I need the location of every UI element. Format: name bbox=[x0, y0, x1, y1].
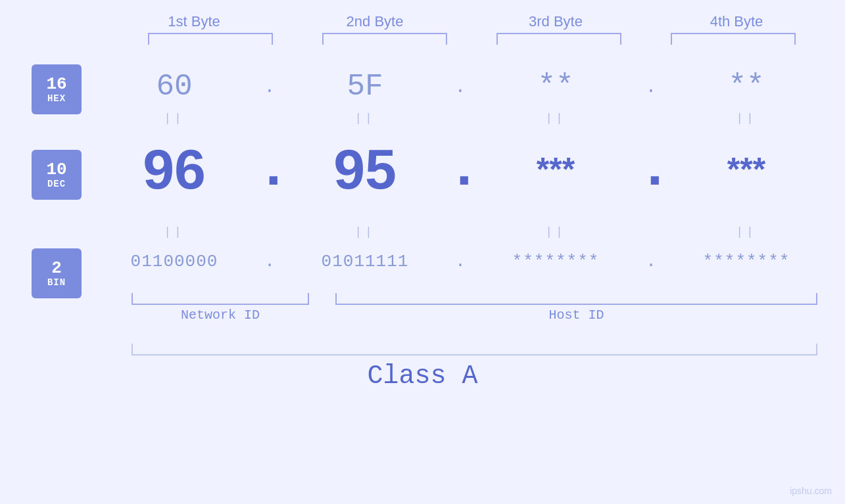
class-label: Class A bbox=[0, 361, 845, 391]
eq2-b1: || bbox=[105, 225, 243, 239]
dec-base-label: 10 DEC bbox=[32, 150, 82, 200]
eq1-b2: || bbox=[296, 112, 434, 125]
bracket-byte3 bbox=[496, 33, 621, 45]
dec-sep1: . bbox=[256, 141, 283, 198]
byte-headers-row: 1st Byte 2nd Byte 3rd Byte 4th Byte bbox=[104, 13, 827, 30]
hex-sep1: . bbox=[256, 77, 283, 97]
byte4-header: 4th Byte bbox=[658, 13, 815, 30]
hex-byte2: 5F bbox=[296, 70, 434, 104]
watermark: ipshu.com bbox=[790, 486, 832, 496]
eq1-b4: || bbox=[677, 112, 815, 125]
hex-values-row: 60 . 5F . ** . ** bbox=[99, 70, 822, 104]
equals-row-2: || || || || bbox=[99, 225, 822, 239]
eq2-b3: || bbox=[487, 225, 625, 239]
byte3-header: 3rd Byte bbox=[477, 13, 635, 30]
network-id-label: Network ID bbox=[132, 308, 309, 323]
bin-byte4: ******** bbox=[677, 252, 815, 271]
bracket-byte1 bbox=[148, 33, 273, 45]
bin-byte2: 01011111 bbox=[296, 252, 434, 271]
hex-byte4: ** bbox=[677, 70, 815, 104]
hex-base-label: 16 HEX bbox=[32, 64, 82, 114]
bin-base-label: 2 BIN bbox=[32, 248, 82, 298]
main-container: 1st Byte 2nd Byte 3rd Byte 4th Byte 16 H… bbox=[0, 0, 845, 504]
bin-sep1: . bbox=[256, 252, 283, 271]
dec-byte2: 95 bbox=[296, 137, 434, 202]
bin-sep2: . bbox=[447, 252, 473, 271]
hex-sep2: . bbox=[447, 77, 473, 97]
dec-sep3: . bbox=[638, 141, 664, 198]
byte2-header: 2nd Byte bbox=[296, 13, 454, 30]
bracket-byte4 bbox=[671, 33, 796, 45]
eq1-b3: || bbox=[487, 112, 625, 125]
dec-values-row: 96 . 95 . *** . *** bbox=[99, 137, 822, 202]
main-content-area: 16 HEX 60 . 5F . ** . ** || || bbox=[0, 51, 845, 504]
class-a-bracket bbox=[132, 344, 817, 355]
eq2-b4: || bbox=[677, 225, 815, 239]
network-id-bracket bbox=[132, 293, 309, 305]
hex-sep3: . bbox=[638, 77, 664, 97]
bin-byte1: 01100000 bbox=[105, 252, 243, 271]
hex-byte1: 60 bbox=[105, 70, 243, 104]
bracket-byte2 bbox=[322, 33, 447, 45]
dec-byte3: *** bbox=[487, 150, 625, 189]
eq1-b1: || bbox=[105, 112, 243, 125]
dec-byte1: 96 bbox=[105, 137, 243, 202]
bin-byte3: ******** bbox=[487, 252, 625, 271]
bin-sep3: . bbox=[638, 252, 664, 271]
top-brackets bbox=[124, 33, 821, 45]
hex-byte3: ** bbox=[487, 70, 625, 104]
dec-sep2: . bbox=[447, 141, 473, 198]
host-id-label: Host ID bbox=[335, 308, 817, 323]
bin-values-row: 01100000 . 01011111 . ******** . *******… bbox=[99, 252, 822, 271]
host-id-bracket bbox=[335, 293, 817, 305]
equals-row-1: || || || || bbox=[99, 112, 822, 125]
eq2-b2: || bbox=[296, 225, 434, 239]
dec-byte4: *** bbox=[677, 150, 815, 189]
byte1-header: 1st Byte bbox=[115, 13, 273, 30]
